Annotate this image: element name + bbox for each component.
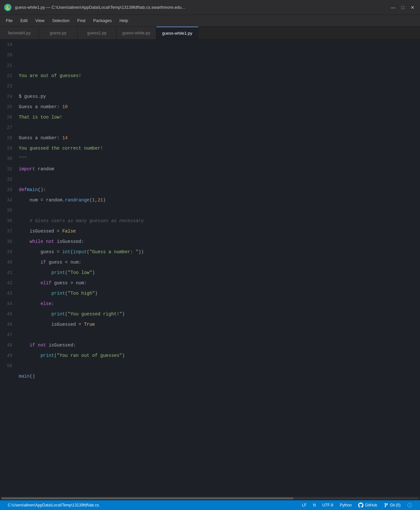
scrollbar-thumb[interactable] <box>1 497 293 499</box>
line-number-46: 46 <box>5 319 12 330</box>
line-number-41: 41 <box>5 267 12 278</box>
line-number-26: 26 <box>5 112 12 122</box>
code-line-31: def main(): <box>19 185 420 195</box>
line-number-19: 19 <box>5 40 12 50</box>
line-number-42: 42 <box>5 278 12 288</box>
code-line-34: # Gives users as many guesses as necessa… <box>19 216 420 226</box>
code-line-33 <box>19 205 420 216</box>
code-line-32: num = random.randrange(1,21) <box>19 195 420 205</box>
menu-bar: FileEditViewSelectionFindPackagesHelp <box>0 15 420 27</box>
language-label: Python <box>340 503 352 507</box>
line-number-49: 49 <box>5 350 12 361</box>
code-line-48 <box>19 361 420 371</box>
code-line-44: isGuessed = True <box>19 319 420 330</box>
menu-item-selection[interactable]: Selection <box>49 17 72 24</box>
code-line-46: if not isGuessed: <box>19 340 420 350</box>
code-line-30 <box>19 174 420 185</box>
window-controls: — □ ✕ <box>390 4 416 11</box>
code-line-20: You are out of guesses! <box>19 71 420 81</box>
line-number-39: 39 <box>5 247 12 257</box>
code-line-23: Guess a number: 10 <box>19 102 420 112</box>
menu-item-view[interactable]: View <box>32 17 48 24</box>
code-line-24: That is too low! <box>19 112 420 122</box>
code-line-41: print("Too high") <box>19 288 420 299</box>
minimize-button[interactable]: — <box>390 4 397 11</box>
code-line-40: elif guess > num: <box>19 278 420 288</box>
status-git[interactable]: Git (0) <box>381 503 404 507</box>
code-line-42: else: <box>19 299 420 309</box>
menu-item-find[interactable]: Find <box>74 17 89 24</box>
line-number-20: 20 <box>5 50 12 60</box>
tab-guess1[interactable]: guess1.py <box>78 27 116 39</box>
title-bar: 🐍 guess-while1.py — C:\Users\alinen\AppD… <box>0 0 420 15</box>
tab-bar: factorial4.pyguess.pyguess1.pyguess-whil… <box>0 27 420 40</box>
line-number-28: 28 <box>5 133 12 143</box>
code-line-38: if guess < num: <box>19 257 420 267</box>
code-line-27: You guessed the correct number! <box>19 143 420 153</box>
code-line-22: $ guess.py <box>19 91 420 102</box>
github-label: GitHub <box>365 503 377 507</box>
github-icon <box>358 503 363 508</box>
horizontal-scrollbar[interactable] <box>0 496 420 500</box>
scrollbar-track[interactable] <box>1 497 419 499</box>
status-notification[interactable] <box>404 503 415 508</box>
code-line-19 <box>19 60 420 71</box>
line-number-21: 21 <box>5 60 12 71</box>
tab-guess[interactable]: guess.py <box>39 27 78 39</box>
status-indentation[interactable]: N <box>310 503 319 507</box>
line-number-38: 38 <box>5 236 12 247</box>
line-number-45: 45 <box>5 309 12 319</box>
line-number-40: 40 <box>5 257 12 267</box>
line-number-44: 44 <box>5 299 12 309</box>
code-line-35: isGuessed = False <box>19 226 420 236</box>
editor: 1920212223242526272829303132333435363738… <box>0 40 420 496</box>
tab-guess-while[interactable]: guess-while.py <box>116 27 156 39</box>
line-number-27: 27 <box>5 122 12 133</box>
menu-item-help[interactable]: Help <box>116 17 131 24</box>
git-label: Git (0) <box>390 503 401 507</box>
code-line-49: main() <box>19 371 420 381</box>
window-title: guess-while1.py — C:\Users\alinen\AppDat… <box>15 5 390 10</box>
line-number-35: 35 <box>5 205 12 216</box>
line-number-22: 22 <box>5 71 12 81</box>
status-language[interactable]: Python <box>337 503 355 507</box>
tab-guess-while1[interactable]: guess-while1.py <box>156 27 198 39</box>
close-button[interactable]: ✕ <box>409 4 416 11</box>
line-numbers: 1920212223242526272829303132333435363738… <box>0 40 16 496</box>
line-number-32: 32 <box>5 174 12 185</box>
code-line-39: print("Too low") <box>19 267 420 278</box>
code-line-50 <box>19 381 420 392</box>
status-encoding[interactable]: UTF-8 <box>319 503 337 507</box>
code-line-47: print("You ran out of guesses") <box>19 350 420 361</box>
menu-item-file[interactable]: File <box>3 17 16 24</box>
line-number-47: 47 <box>5 330 12 340</box>
line-number-29: 29 <box>5 143 12 153</box>
line-number-37: 37 <box>5 226 12 236</box>
line-number-36: 36 <box>5 216 12 226</box>
encoding-label: UTF-8 <box>322 503 333 507</box>
line-number-30: 30 <box>5 153 12 164</box>
code-line-21 <box>19 81 420 91</box>
menu-item-packages[interactable]: Packages <box>90 17 115 24</box>
code-line-26: Guess a number: 14 <box>19 133 420 143</box>
line-number-25: 25 <box>5 102 12 112</box>
status-right: LF N UTF-8 Python GitHub Git (0) <box>299 503 415 508</box>
svg-text:🐍: 🐍 <box>5 5 11 10</box>
status-line-ending[interactable]: LF <box>299 503 310 507</box>
code-area[interactable]: You are out of guesses! $ guess.pyGuess … <box>16 40 420 496</box>
status-github[interactable]: GitHub <box>355 503 380 508</box>
menu-item-edit[interactable]: Edit <box>17 17 31 24</box>
notification-icon <box>407 503 412 508</box>
app-icon: 🐍 <box>4 4 12 11</box>
line-number-43: 43 <box>5 288 12 299</box>
status-path[interactable]: C:\Users\alinen\AppData\Local\Temp\13139… <box>5 500 103 510</box>
tab-factorial4[interactable]: factorial4.py <box>0 27 39 39</box>
code-line-37: guess = int(input("Guess a number: ")) <box>19 247 420 257</box>
code-line-45 <box>19 330 420 340</box>
line-number-33: 33 <box>5 185 12 195</box>
git-icon <box>384 503 388 507</box>
code-line-36: while not isGuessed: <box>19 236 420 247</box>
indentation-label: N <box>313 503 316 507</box>
maximize-button[interactable]: □ <box>399 4 406 11</box>
line-number-31: 31 <box>5 164 12 174</box>
